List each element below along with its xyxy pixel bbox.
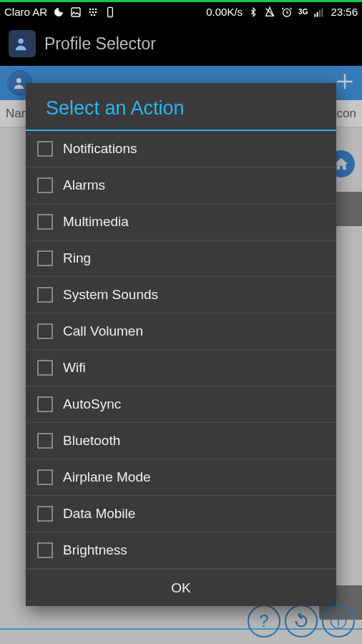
- alarm-icon: [281, 6, 293, 18]
- svg-rect-14: [317, 12, 318, 17]
- bluetooth-icon: [248, 7, 258, 17]
- list-item[interactable]: Alarms: [26, 167, 336, 204]
- list-item-label: Notifications: [63, 141, 137, 157]
- checkbox[interactable]: [37, 287, 53, 303]
- app-icon: [9, 30, 36, 57]
- app-title: Profile Selector: [44, 34, 156, 54]
- app-bar: Profile Selector: [0, 21, 362, 66]
- list-item[interactable]: Data Mobile: [26, 496, 336, 532]
- vibrate-icon: [264, 6, 275, 18]
- list-item[interactable]: Ring: [26, 240, 336, 277]
- image-icon: [70, 6, 82, 18]
- svg-line-11: [266, 8, 274, 16]
- dialog-title: Select an Action: [26, 83, 336, 130]
- list-item-label: Data Mobile: [63, 506, 135, 522]
- svg-point-8: [94, 14, 96, 16]
- list-item[interactable]: Notifications: [26, 131, 336, 167]
- svg-rect-13: [315, 14, 316, 16]
- svg-point-6: [95, 11, 97, 13]
- list-item[interactable]: Call Volumen: [26, 313, 336, 350]
- checkbox[interactable]: [37, 177, 53, 193]
- list-item-label: Ring: [63, 250, 91, 266]
- checkbox[interactable]: [37, 323, 53, 339]
- checkbox[interactable]: [37, 506, 53, 522]
- data-speed: 0.00K/s: [206, 6, 243, 18]
- list-item-label: Brightness: [63, 542, 127, 558]
- svg-point-17: [19, 39, 24, 44]
- carrier-label: Claro AR: [4, 6, 47, 18]
- checkbox[interactable]: [37, 360, 53, 376]
- checkbox[interactable]: [37, 542, 53, 558]
- bbm-icon: [87, 6, 99, 18]
- list-item-label: Airplane Mode: [63, 469, 151, 485]
- list-item[interactable]: Brightness: [26, 532, 336, 569]
- ok-button[interactable]: OK: [26, 580, 336, 596]
- svg-point-10: [109, 15, 110, 16]
- clock-time: 23:56: [331, 6, 358, 18]
- list-item[interactable]: Bluetooth: [26, 423, 336, 459]
- checkbox[interactable]: [37, 250, 53, 266]
- svg-point-4: [89, 11, 92, 13]
- status-bar: Claro AR 0.00K/s 3G 23:56: [0, 0, 362, 21]
- list-item[interactable]: Airplane Mode: [26, 459, 336, 496]
- svg-point-7: [91, 14, 93, 16]
- list-item-label: Wifi: [63, 360, 86, 376]
- svg-point-1: [89, 8, 92, 10]
- moon-icon: [53, 6, 64, 18]
- list-item[interactable]: AutoSync: [26, 386, 336, 423]
- svg-point-3: [95, 8, 97, 10]
- dialog-list: NotificationsAlarmsMultimediaRingSystem …: [26, 131, 336, 569]
- list-item[interactable]: Wifi: [26, 350, 336, 386]
- svg-point-5: [92, 11, 94, 13]
- svg-rect-15: [319, 10, 321, 16]
- list-item-label: Alarms: [63, 177, 105, 193]
- svg-rect-16: [322, 8, 323, 16]
- checkbox[interactable]: [37, 433, 53, 449]
- svg-rect-0: [72, 8, 80, 16]
- checkbox[interactable]: [37, 396, 53, 412]
- list-item-label: Call Volumen: [63, 323, 143, 339]
- list-item-label: System Sounds: [63, 287, 158, 303]
- signal-icon: [313, 6, 325, 18]
- select-action-dialog: Select an Action NotificationsAlarmsMult…: [26, 83, 336, 606]
- list-item[interactable]: System Sounds: [26, 277, 336, 313]
- dialog-footer: OK: [26, 569, 336, 606]
- checkbox[interactable]: [37, 141, 53, 157]
- phone-icon: [104, 6, 116, 18]
- checkbox[interactable]: [37, 469, 53, 485]
- list-item-label: Bluetooth: [63, 433, 120, 449]
- svg-point-2: [92, 8, 94, 10]
- list-item[interactable]: Multimedia: [26, 204, 336, 240]
- list-item-label: Multimedia: [63, 214, 129, 230]
- network-3g-icon: 3G: [298, 8, 308, 16]
- checkbox[interactable]: [37, 214, 53, 230]
- list-item-label: AutoSync: [63, 396, 121, 412]
